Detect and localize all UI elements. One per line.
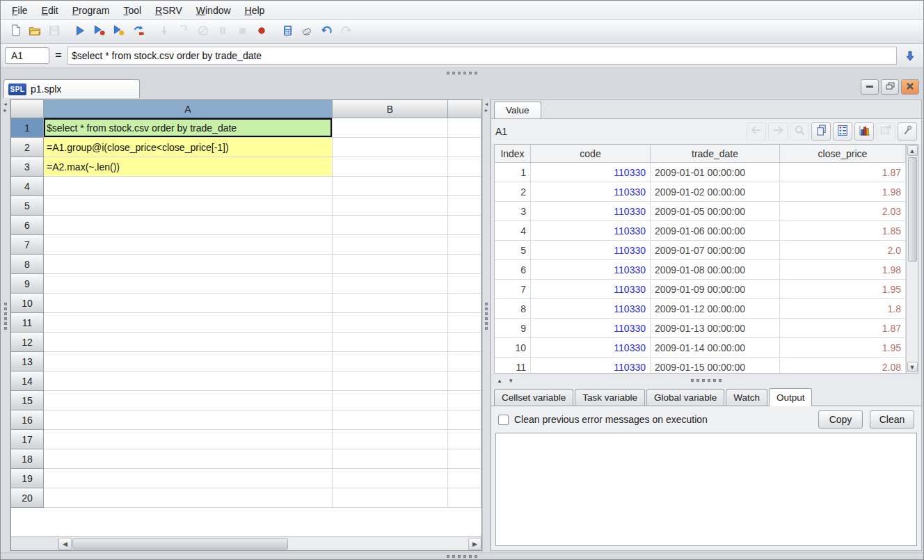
form-view-button[interactable] [833, 122, 852, 141]
cell-A1[interactable]: $select * from stock.csv order by trade_… [44, 118, 333, 138]
table-cell[interactable]: 110330 [531, 299, 651, 319]
scroll-right-button[interactable]: ▶ [468, 538, 481, 550]
cell-A14[interactable] [44, 371, 333, 391]
cell-B16[interactable] [333, 410, 448, 430]
cell-A9[interactable] [44, 274, 333, 294]
table-cell[interactable]: 2009-01-14 00:00:00 [651, 338, 780, 358]
scroll-down-button[interactable]: ▼ [907, 362, 918, 372]
table-cell[interactable]: 1.8 [780, 299, 906, 319]
tab-output[interactable]: Output [769, 388, 813, 406]
table-cell[interactable]: 7 [495, 280, 531, 299]
row-header-15[interactable]: 15 [11, 391, 44, 410]
menu-program[interactable]: Program [65, 3, 117, 18]
cell-B13[interactable] [333, 352, 448, 371]
table-cell[interactable]: 110330 [531, 202, 651, 221]
cell-A6[interactable] [44, 216, 333, 235]
table-cell[interactable]: 110330 [531, 260, 651, 280]
row-header-20[interactable]: 20 [11, 488, 44, 508]
table-cell[interactable]: 2009-01-09 00:00:00 [651, 280, 780, 299]
cell-B3[interactable] [333, 157, 448, 177]
row-header-19[interactable]: 19 [11, 469, 44, 488]
cell-B12[interactable] [333, 333, 448, 352]
cell-B10[interactable] [333, 294, 448, 313]
cell-A7[interactable] [44, 235, 333, 255]
clean-messages-checkbox[interactable] [498, 415, 509, 425]
cell-reference-box[interactable]: A1 [5, 47, 49, 64]
run-button[interactable] [71, 23, 89, 41]
cell-A12[interactable] [44, 333, 333, 352]
table-cell[interactable]: 110330 [531, 241, 651, 260]
pin-button[interactable] [898, 122, 917, 141]
table-cell[interactable]: 8 [495, 299, 531, 319]
grid-corner[interactable] [11, 100, 44, 118]
scrollbar-thumb[interactable] [72, 538, 288, 550]
table-cell[interactable]: 1.95 [780, 338, 906, 358]
table-cell[interactable]: 1.85 [780, 221, 906, 241]
cell-B18[interactable] [333, 449, 448, 469]
table-cell[interactable]: 110330 [531, 182, 651, 202]
cell-A19[interactable] [44, 469, 333, 488]
table-cell[interactable]: 10 [495, 338, 531, 358]
expand-formula-button[interactable] [901, 47, 919, 65]
tab-global-variable[interactable]: Global variable [646, 389, 724, 406]
table-cell[interactable]: 110330 [531, 319, 651, 338]
cell-B11[interactable] [333, 313, 448, 333]
row-header-13[interactable]: 13 [11, 352, 44, 371]
cell-A8[interactable] [44, 255, 333, 274]
cell-B15[interactable] [333, 391, 448, 410]
row-header-17[interactable]: 17 [11, 430, 44, 449]
cell-A20[interactable] [44, 488, 333, 508]
column-header-A[interactable]: A [44, 100, 333, 118]
new-file-button[interactable] [6, 23, 24, 41]
row-header-12[interactable]: 12 [11, 333, 44, 352]
menu-edit[interactable]: Edit [35, 3, 65, 18]
open-button[interactable] [26, 23, 44, 41]
horizontal-splitter[interactable] [1, 68, 923, 77]
row-header-10[interactable]: 10 [11, 294, 44, 313]
menu-tool[interactable]: Tool [116, 3, 148, 18]
table-cell[interactable]: 1.87 [780, 163, 906, 182]
row-header-6[interactable]: 6 [11, 216, 44, 235]
scrollbar-thumb[interactable] [908, 157, 917, 262]
table-cell[interactable]: 1.98 [780, 182, 906, 202]
table-cell[interactable]: 110330 [531, 163, 651, 182]
row-header-9[interactable]: 9 [11, 274, 44, 294]
cell-B4[interactable] [333, 177, 448, 196]
table-cell[interactable]: 2.08 [780, 358, 906, 374]
table-cell[interactable]: 2.03 [780, 202, 906, 221]
cell-A10[interactable] [44, 294, 333, 313]
cell-A5[interactable] [44, 196, 333, 216]
table-cell[interactable]: 5 [495, 241, 531, 260]
table-cell[interactable]: 4 [495, 221, 531, 241]
cell-B9[interactable] [333, 274, 448, 294]
table-cell[interactable]: 2009-01-06 00:00:00 [651, 221, 780, 241]
scroll-up-button[interactable]: ▲ [907, 145, 918, 156]
cell-B14[interactable] [333, 371, 448, 391]
menu-window[interactable]: Window [189, 3, 238, 18]
table-cell[interactable]: 1.87 [780, 319, 906, 338]
menu-file[interactable]: File [5, 3, 35, 18]
tab-value[interactable]: Value [494, 102, 541, 118]
vertical-scrollbar[interactable]: ▲ ▼ [906, 145, 918, 373]
table-cell[interactable]: 2009-01-13 00:00:00 [651, 319, 780, 338]
horizontal-scrollbar[interactable]: ◀ ▶ [11, 536, 481, 550]
table-cell[interactable]: 2009-01-08 00:00:00 [651, 260, 780, 280]
row-header-18[interactable]: 18 [11, 449, 44, 469]
row-header-2[interactable]: 2 [11, 138, 44, 157]
cell-B20[interactable] [333, 488, 448, 508]
chart-button[interactable] [854, 122, 874, 141]
table-cell[interactable]: 110330 [531, 280, 651, 299]
cell-A16[interactable] [44, 410, 333, 430]
panel-splitter[interactable]: ▲ ▼ [491, 374, 921, 387]
tab-task-variable[interactable]: Task variable [575, 389, 645, 406]
table-cell[interactable]: 2009-01-05 00:00:00 [651, 202, 780, 221]
table-cell[interactable]: 1 [495, 163, 531, 182]
run-to-cursor-button[interactable] [110, 23, 128, 41]
cell-B7[interactable] [333, 235, 448, 255]
clean-button[interactable]: Clean [870, 410, 914, 429]
cell-A13[interactable] [44, 352, 333, 371]
calculator-button[interactable] [278, 23, 296, 41]
cell-A2[interactable]: =A1.group@i(close_price<close_price[-1]) [44, 138, 333, 157]
minimize-button[interactable] [861, 79, 879, 95]
copy-data-button[interactable] [811, 122, 831, 141]
